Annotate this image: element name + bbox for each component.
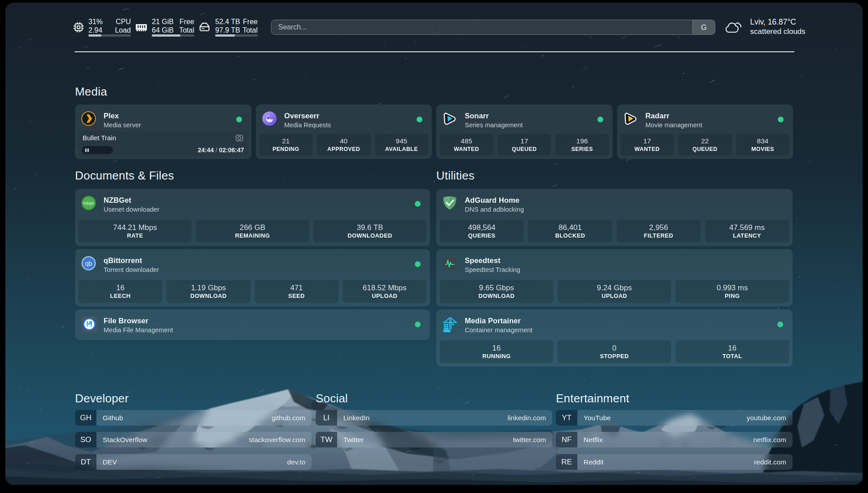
svg-text:qb: qb [85, 260, 92, 267]
svg-text:nzbget: nzbget [83, 201, 94, 205]
